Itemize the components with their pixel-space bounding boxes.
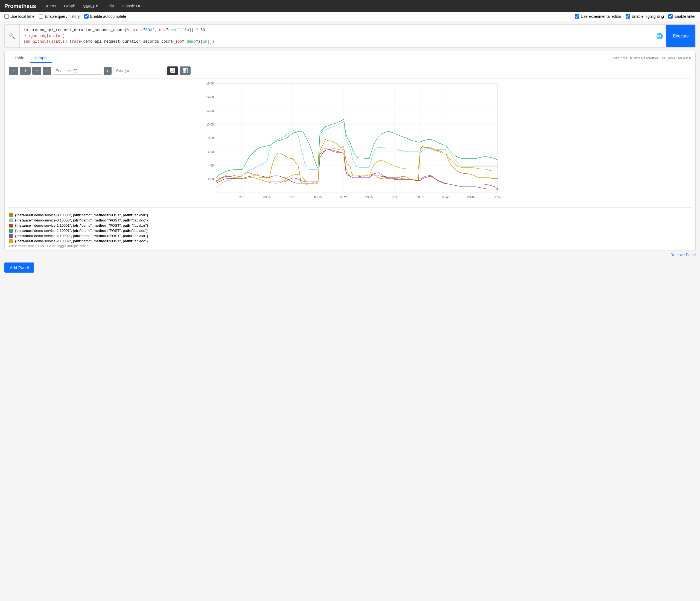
navbar: Prometheus Alerts Graph Status ▾ Help Cl… xyxy=(0,0,700,12)
tab-graph[interactable]: Graph xyxy=(30,53,52,63)
enable-highlighting-checkbox[interactable] xyxy=(626,14,630,19)
nav-help[interactable]: Help xyxy=(102,2,117,10)
tabs-nav: Table Graph xyxy=(9,53,52,63)
enable-query-history-label: Enable query history xyxy=(45,14,80,19)
legend-swatch-5 xyxy=(9,239,13,243)
svg-text:2.00: 2.00 xyxy=(208,177,214,181)
legend-label-2: {instance="demo-service-1:10001", job="d… xyxy=(15,223,148,227)
svg-text:10.00: 10.00 xyxy=(206,123,214,126)
legend-swatch-1 xyxy=(9,219,13,222)
legend-hint: Click: select series, CMD + click: toggl… xyxy=(9,244,691,248)
results-panel: Table Graph Load time: 101ms Resolution:… xyxy=(4,51,696,250)
search-icon[interactable]: 🔍 xyxy=(5,25,20,47)
line-chart-icon: 📈 xyxy=(170,68,175,73)
legend-label-5: {instance="demo-service-2:10002", job="d… xyxy=(15,239,148,243)
enable-highlighting-toggle[interactable]: Enable highlighting xyxy=(626,14,664,19)
end-time-label: End time xyxy=(56,69,71,73)
nav-alerts[interactable]: Alerts xyxy=(43,2,59,10)
chart-container: 16.00 14.00 12.00 10.00 8.00 6.00 4.00 2… xyxy=(9,78,691,207)
use-experimental-editor-label: Use experimental editor xyxy=(581,14,621,19)
use-local-time-toggle[interactable]: Use local time xyxy=(4,14,34,19)
svg-text:14.00: 14.00 xyxy=(206,95,214,99)
chevron-down-icon: ▾ xyxy=(96,4,98,8)
legend-swatch-3 xyxy=(9,229,13,233)
svg-text:8.00: 8.00 xyxy=(208,136,214,140)
svg-text:03:40: 03:40 xyxy=(442,196,450,199)
nav-graph[interactable]: Graph xyxy=(61,2,79,10)
enable-autocomplete-label: Enable autocomplete xyxy=(90,14,126,19)
svg-text:16.00: 16.00 xyxy=(206,82,214,85)
panel-footer: Remove Panel xyxy=(0,250,700,260)
enable-linter-toggle[interactable]: Enable linter xyxy=(668,14,696,19)
resolution-input[interactable] xyxy=(113,67,166,74)
svg-text:03:45: 03:45 xyxy=(467,196,475,199)
query-box: 🔍 rate(demo_api_request_duration_seconds… xyxy=(4,24,696,48)
use-experimental-editor-toggle[interactable]: Use experimental editor xyxy=(575,14,621,19)
use-experimental-editor-checkbox[interactable] xyxy=(575,14,579,19)
legend-swatch-0 xyxy=(9,213,13,217)
legend-swatch-2 xyxy=(9,224,13,227)
chart-svg[interactable]: 16.00 14.00 12.00 10.00 8.00 6.00 4.00 2… xyxy=(9,81,691,206)
range-display: 1h xyxy=(20,67,31,75)
legend-item-1[interactable]: {instance="demo-service-0:10000", job="d… xyxy=(9,218,691,222)
legend-label-3: {instance="demo-service-1:10001", job="d… xyxy=(15,229,148,233)
use-local-time-label: Use local time xyxy=(10,14,34,19)
legend-item-3[interactable]: {instance="demo-service-1:10001", job="d… xyxy=(9,229,691,233)
tab-table[interactable]: Table xyxy=(9,53,30,63)
svg-text:03:05: 03:05 xyxy=(263,196,271,199)
use-local-time-checkbox[interactable] xyxy=(4,14,9,19)
svg-text:03:20: 03:20 xyxy=(340,196,348,199)
svg-text:6.00: 6.00 xyxy=(208,150,214,153)
globe-icon[interactable]: 🌐 xyxy=(653,25,666,47)
legend-label-0: {instance="demo-service-0:10000", job="d… xyxy=(15,213,148,217)
nav-items: Alerts Graph Status ▾ Help Classic UI xyxy=(43,2,144,10)
enable-query-history-checkbox[interactable] xyxy=(39,14,43,19)
svg-text:12.00: 12.00 xyxy=(206,109,214,112)
next-time-button[interactable]: › xyxy=(104,67,111,75)
svg-text:03:50: 03:50 xyxy=(494,196,501,199)
tabs-header: Table Graph Load time: 101ms Resolution:… xyxy=(5,51,695,63)
zoom-in-button[interactable]: + xyxy=(32,67,41,75)
legend-item-5[interactable]: {instance="demo-service-2:10002", job="d… xyxy=(9,239,691,243)
legend-item-2[interactable]: {instance="demo-service-1:10001", job="d… xyxy=(9,223,691,227)
graph-controls: − 1h + ‹ End time 📅 › 📈 📊 xyxy=(5,63,695,78)
toolbar: Use local time Enable query history Enab… xyxy=(0,12,700,21)
svg-text:03:35: 03:35 xyxy=(417,196,424,199)
legend-label-4: {instance="demo-service-2:10002", job="d… xyxy=(15,234,148,238)
execute-button[interactable]: Execute xyxy=(666,25,695,47)
tabs-meta: Load time: 101ms Resolution: 14s Result … xyxy=(612,56,691,60)
svg-text:03:00: 03:00 xyxy=(238,196,245,199)
remove-panel-link[interactable]: Remove Panel xyxy=(671,253,696,257)
legend-item-0[interactable]: {instance="demo-service-0:10000", job="d… xyxy=(9,213,691,217)
enable-highlighting-label: Enable highlighting xyxy=(632,14,664,19)
nav-classic-ui[interactable]: Classic UI xyxy=(118,2,144,10)
zoom-out-button[interactable]: − xyxy=(9,67,18,75)
legend-swatch-4 xyxy=(9,234,13,238)
chart-svg-wrapper: 16.00 14.00 12.00 10.00 8.00 6.00 4.00 2… xyxy=(9,78,691,207)
svg-text:03:15: 03:15 xyxy=(314,196,322,199)
line-chart-button[interactable]: 📈 xyxy=(167,67,178,75)
legend-item-4[interactable]: {instance="demo-service-2:10002", job="d… xyxy=(9,234,691,238)
end-time-input[interactable]: End time 📅 xyxy=(53,67,102,75)
bar-chart-icon: 📊 xyxy=(182,68,188,73)
add-panel-button[interactable]: Add Panel xyxy=(4,262,34,273)
svg-text:03:25: 03:25 xyxy=(365,196,373,199)
bar-chart-button[interactable]: 📊 xyxy=(180,67,191,75)
svg-text:03:30: 03:30 xyxy=(391,196,398,199)
prev-time-button[interactable]: ‹ xyxy=(43,67,51,75)
enable-linter-checkbox[interactable] xyxy=(668,14,673,19)
svg-text:4.00: 4.00 xyxy=(208,164,214,167)
chart-legend: {instance="demo-service-0:10000", job="d… xyxy=(5,210,695,250)
enable-autocomplete-checkbox[interactable] xyxy=(84,14,89,19)
enable-linter-label: Enable linter xyxy=(674,14,696,19)
calendar-icon: 📅 xyxy=(73,69,78,73)
enable-query-history-toggle[interactable]: Enable query history xyxy=(39,14,80,19)
nav-status[interactable]: Status ▾ xyxy=(80,2,101,10)
enable-autocomplete-toggle[interactable]: Enable autocomplete xyxy=(84,14,126,19)
svg-text:03:10: 03:10 xyxy=(289,196,296,199)
brand: Prometheus xyxy=(4,3,36,9)
query-editor[interactable]: rate(demo_api_request_duration_seconds_c… xyxy=(20,25,653,47)
legend-label-1: {instance="demo-service-0:10000", job="d… xyxy=(15,218,148,222)
